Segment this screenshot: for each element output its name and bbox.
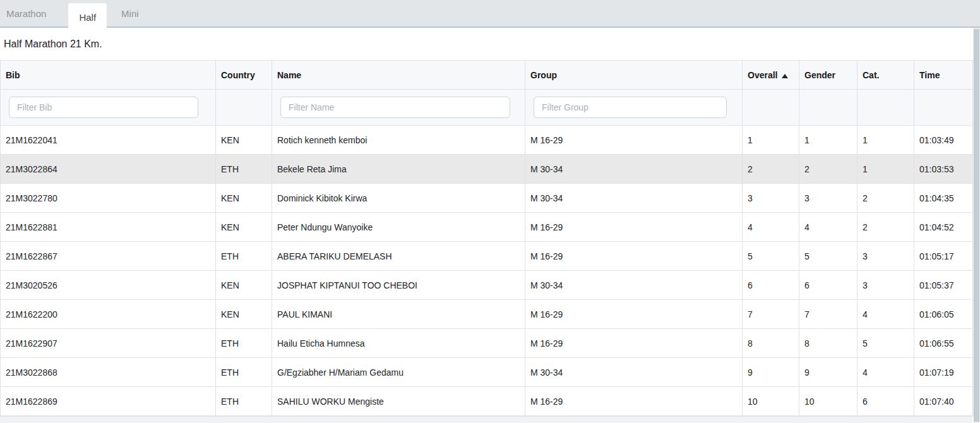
column-header-country[interactable]: Country: [216, 61, 272, 90]
column-header-name-label: Name: [277, 70, 301, 80]
results-body: 21M1622041 KEN Rotich kenneth kemboi M 1…: [1, 126, 973, 416]
bib-cell: 21M1622907: [1, 329, 216, 358]
group-filter-cell: [525, 90, 743, 126]
gender-cell: 2: [799, 155, 858, 184]
vertical-scrollbar-track[interactable]: [973, 28, 980, 423]
bib-cell: 21M1622869: [1, 387, 216, 416]
table-row[interactable]: 21M1622881 KEN Peter Ndungu Wanyoike M 1…: [1, 213, 973, 242]
column-header-bib[interactable]: Bib: [1, 61, 216, 90]
column-header-group-label: Group: [530, 70, 557, 80]
time-cell: 01:05:37: [914, 271, 973, 300]
group-cell: M 30-34: [525, 271, 743, 300]
name-cell: JOSPHAT KIPTANUI TOO CHEBOI: [272, 271, 525, 300]
bib-cell: 21M1622200: [1, 300, 216, 329]
time-cell: 01:06:05: [914, 300, 973, 329]
bib-cell: 21M1622041: [1, 126, 216, 155]
column-header-cat-label: Cat.: [863, 70, 879, 80]
country-filter-cell: [216, 90, 272, 126]
cat-cell: 5: [858, 329, 914, 358]
partial-next-row: [0, 416, 972, 423]
group-cell: M 16-29: [525, 126, 743, 155]
tab-half[interactable]: Half: [68, 3, 107, 31]
name-cell: Peter Ndungu Wanyoike: [272, 213, 525, 242]
country-cell: KEN: [216, 300, 272, 329]
table-row[interactable]: 21M3020526 KEN JOSPHAT KIPTANUI TOO CHEB…: [1, 271, 973, 300]
tab-marathon[interactable]: Marathon: [0, 0, 57, 27]
time-cell: 01:06:55: [914, 329, 973, 358]
bib-cell: 21M1622867: [1, 242, 216, 271]
tab-marathon-label: Marathon: [6, 8, 46, 19]
table-row[interactable]: 21M1622907 ETH Hailu Eticha Humnesa M 16…: [1, 329, 973, 358]
group-cell: M 30-34: [525, 184, 743, 213]
gender-cell: 6: [799, 271, 858, 300]
cat-cell: 2: [858, 184, 914, 213]
gender-cell: 4: [799, 213, 858, 242]
cat-cell: 2: [858, 213, 914, 242]
header-row: Bib Country Name Group Overall Gender Ca…: [1, 61, 973, 90]
bib-filter-cell: [1, 90, 216, 126]
name-cell: SAHILU WORKU Mengiste: [272, 387, 525, 416]
filter-row: [1, 90, 973, 126]
table-row[interactable]: 21M3022780 KEN Dominick Kibitok Kirwa M …: [1, 184, 973, 213]
country-cell: KEN: [216, 271, 272, 300]
column-header-name[interactable]: Name: [272, 61, 525, 90]
name-cell: Bekele Reta Jima: [272, 155, 525, 184]
name-filter-input[interactable]: [280, 97, 510, 118]
cat-cell: 4: [858, 300, 914, 329]
column-header-gender[interactable]: Gender: [799, 61, 858, 90]
bib-filter-input[interactable]: [9, 97, 198, 118]
cat-cell: 3: [858, 271, 914, 300]
table-row[interactable]: 21M1622041 KEN Rotich kenneth kemboi M 1…: [1, 126, 973, 155]
overall-cell: 10: [743, 387, 799, 416]
country-cell: ETH: [216, 387, 272, 416]
time-cell: 01:04:52: [914, 213, 973, 242]
country-cell: ETH: [216, 242, 272, 271]
gender-cell: 8: [799, 329, 858, 358]
name-cell: Dominick Kibitok Kirwa: [272, 184, 525, 213]
name-cell: ABERA TARIKU DEMELASH: [272, 242, 525, 271]
time-cell: 01:03:49: [914, 126, 973, 155]
table-row[interactable]: 21M3022864 ETH Bekele Reta Jima M 30-34 …: [1, 155, 973, 184]
column-header-overall[interactable]: Overall: [743, 61, 799, 90]
country-cell: ETH: [216, 155, 272, 184]
group-cell: M 16-29: [525, 300, 743, 329]
column-header-overall-label: Overall: [748, 70, 777, 80]
group-cell: M 30-34: [525, 358, 743, 387]
cat-cell: 4: [858, 358, 914, 387]
time-cell: 01:07:19: [914, 358, 973, 387]
sort-ascending-icon: [782, 74, 788, 78]
group-filter-input[interactable]: [534, 97, 727, 118]
name-cell: Hailu Eticha Humnesa: [272, 329, 525, 358]
table-row[interactable]: 21M1622200 KEN PAUL KIMANI M 16-29 7 7 4…: [1, 300, 973, 329]
time-cell: 01:07:40: [914, 387, 973, 416]
title-bar: Half Marathon 21 Km.: [0, 28, 980, 60]
column-header-time[interactable]: Time: [914, 61, 973, 90]
tab-mini[interactable]: Mini: [111, 0, 150, 27]
page-title: Half Marathon 21 Km.: [4, 39, 102, 50]
column-header-country-label: Country: [221, 70, 255, 80]
overall-cell: 5: [743, 242, 799, 271]
cat-cell: 1: [858, 155, 914, 184]
overall-cell: 3: [743, 184, 799, 213]
cat-cell: 1: [858, 126, 914, 155]
time-cell: 01:05:17: [914, 242, 973, 271]
group-cell: M 30-34: [525, 155, 743, 184]
time-cell: 01:03:53: [914, 155, 973, 184]
name-cell: PAUL KIMANI: [272, 300, 525, 329]
bib-cell: 21M3022780: [1, 184, 216, 213]
column-header-bib-label: Bib: [6, 70, 20, 80]
vertical-scrollbar-thumb[interactable]: [974, 29, 979, 422]
gender-cell: 10: [799, 387, 858, 416]
table-row[interactable]: 21M3022868 ETH G/Egziabher H/Mariam Geda…: [1, 358, 973, 387]
table-row[interactable]: 21M1622867 ETH ABERA TARIKU DEMELASH M 1…: [1, 242, 973, 271]
cat-cell: 6: [858, 387, 914, 416]
group-cell: M 16-29: [525, 242, 743, 271]
column-header-group[interactable]: Group: [525, 61, 743, 90]
column-header-cat[interactable]: Cat.: [858, 61, 914, 90]
name-cell: G/Egziabher H/Mariam Gedamu: [272, 358, 525, 387]
overall-cell: 4: [743, 213, 799, 242]
table-row[interactable]: 21M1622869 ETH SAHILU WORKU Mengiste M 1…: [1, 387, 973, 416]
column-header-gender-label: Gender: [804, 70, 835, 80]
time-cell: 01:04:35: [914, 184, 973, 213]
overall-cell: 8: [743, 329, 799, 358]
